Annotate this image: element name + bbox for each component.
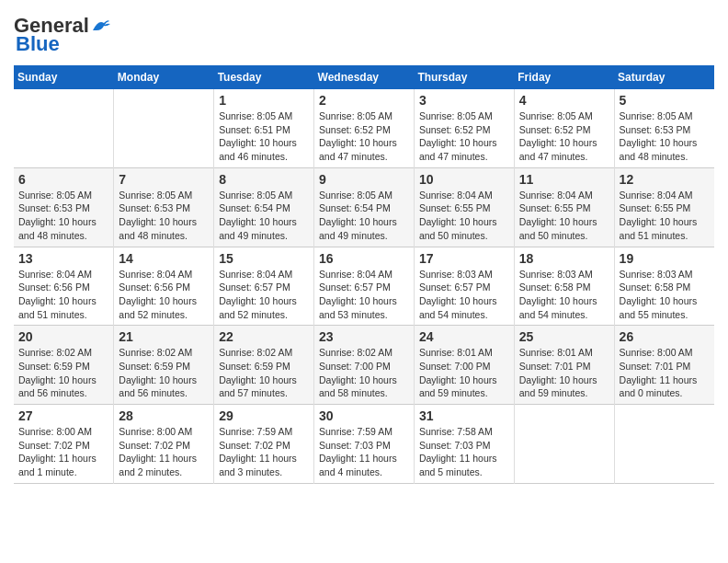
calendar-cell: 26Sunrise: 8:00 AM Sunset: 7:01 PM Dayli… [614, 326, 714, 405]
day-info: Sunrise: 8:03 AM Sunset: 6:57 PM Dayligh… [419, 268, 509, 322]
day-info: Sunrise: 8:01 AM Sunset: 7:00 PM Dayligh… [419, 346, 509, 400]
day-info: Sunrise: 8:05 AM Sunset: 6:51 PM Dayligh… [219, 109, 309, 164]
day-info: Sunrise: 7:59 AM Sunset: 7:03 PM Dayligh… [319, 425, 409, 479]
day-info: Sunrise: 8:05 AM Sunset: 6:53 PM Dayligh… [119, 189, 209, 243]
day-number: 7 [119, 172, 209, 187]
calendar-cell: 4Sunrise: 8:05 AM Sunset: 6:52 PM Daylig… [514, 89, 614, 167]
day-number: 14 [119, 251, 209, 266]
day-info: Sunrise: 8:04 AM Sunset: 6:55 PM Dayligh… [620, 189, 710, 243]
calendar-cell: 31Sunrise: 7:58 AM Sunset: 7:03 PM Dayli… [414, 405, 514, 484]
header-friday: Friday [514, 65, 614, 89]
day-number: 26 [620, 329, 710, 344]
calendar-cell [114, 89, 214, 167]
calendar-cell: 24Sunrise: 8:01 AM Sunset: 7:00 PM Dayli… [414, 326, 514, 405]
header-sunday: Sunday [14, 65, 114, 89]
day-number: 8 [219, 172, 309, 187]
day-number: 18 [519, 251, 609, 266]
calendar-cell: 21Sunrise: 8:02 AM Sunset: 6:59 PM Dayli… [114, 326, 214, 405]
calendar-header: SundayMondayTuesdayWednesdayThursdayFrid… [14, 65, 714, 89]
header-thursday: Thursday [414, 65, 514, 89]
calendar-cell [514, 405, 614, 484]
day-number: 20 [18, 329, 108, 344]
calendar-cell: 14Sunrise: 8:04 AM Sunset: 6:56 PM Dayli… [114, 247, 214, 326]
day-number: 24 [419, 329, 509, 344]
calendar-cell: 18Sunrise: 8:03 AM Sunset: 6:58 PM Dayli… [514, 247, 614, 326]
day-info: Sunrise: 8:05 AM Sunset: 6:52 PM Dayligh… [319, 109, 409, 164]
calendar-cell: 23Sunrise: 8:02 AM Sunset: 7:00 PM Dayli… [314, 326, 415, 405]
day-number: 31 [419, 408, 509, 423]
calendar-cell: 27Sunrise: 8:00 AM Sunset: 7:02 PM Dayli… [14, 405, 114, 484]
calendar-cell: 16Sunrise: 8:04 AM Sunset: 6:57 PM Dayli… [314, 247, 415, 326]
day-info: Sunrise: 8:04 AM Sunset: 6:57 PM Dayligh… [319, 268, 409, 322]
calendar-cell: 29Sunrise: 7:59 AM Sunset: 7:02 PM Dayli… [214, 405, 314, 484]
calendar-cell: 7Sunrise: 8:05 AM Sunset: 6:53 PM Daylig… [114, 167, 214, 247]
day-info: Sunrise: 7:59 AM Sunset: 7:02 PM Dayligh… [219, 425, 309, 479]
calendar-cell: 9Sunrise: 8:05 AM Sunset: 6:54 PM Daylig… [314, 167, 415, 247]
calendar-cell: 17Sunrise: 8:03 AM Sunset: 6:57 PM Dayli… [414, 247, 514, 326]
calendar-cell: 10Sunrise: 8:04 AM Sunset: 6:55 PM Dayli… [414, 167, 514, 247]
day-info: Sunrise: 8:04 AM Sunset: 6:56 PM Dayligh… [18, 268, 108, 322]
week-row-5: 27Sunrise: 8:00 AM Sunset: 7:02 PM Dayli… [14, 405, 714, 484]
page-header: General Blue [14, 14, 714, 56]
day-info: Sunrise: 8:04 AM Sunset: 6:55 PM Dayligh… [519, 189, 609, 243]
header-saturday: Saturday [614, 65, 714, 89]
logo: General Blue [14, 14, 111, 56]
day-number: 1 [219, 93, 309, 108]
calendar-cell: 1Sunrise: 8:05 AM Sunset: 6:51 PM Daylig… [214, 89, 314, 167]
day-number: 29 [219, 408, 309, 423]
day-number: 5 [620, 93, 710, 108]
day-number: 30 [319, 408, 409, 423]
day-number: 2 [319, 93, 409, 108]
calendar-cell: 6Sunrise: 8:05 AM Sunset: 6:53 PM Daylig… [14, 167, 114, 247]
day-number: 16 [319, 251, 409, 266]
day-info: Sunrise: 8:03 AM Sunset: 6:58 PM Dayligh… [620, 268, 710, 322]
header-monday: Monday [114, 65, 214, 89]
header-wednesday: Wednesday [314, 65, 415, 89]
day-info: Sunrise: 8:04 AM Sunset: 6:57 PM Dayligh… [219, 268, 309, 322]
week-row-1: 1Sunrise: 8:05 AM Sunset: 6:51 PM Daylig… [14, 89, 714, 167]
calendar-cell: 20Sunrise: 8:02 AM Sunset: 6:59 PM Dayli… [14, 326, 114, 405]
day-number: 22 [219, 329, 309, 344]
day-number: 28 [119, 408, 209, 423]
week-row-3: 13Sunrise: 8:04 AM Sunset: 6:56 PM Dayli… [14, 247, 714, 326]
calendar-cell: 28Sunrise: 8:00 AM Sunset: 7:02 PM Dayli… [114, 405, 214, 484]
day-info: Sunrise: 8:04 AM Sunset: 6:56 PM Dayligh… [119, 268, 209, 322]
calendar-cell: 5Sunrise: 8:05 AM Sunset: 6:53 PM Daylig… [614, 89, 714, 167]
day-info: Sunrise: 8:02 AM Sunset: 6:59 PM Dayligh… [219, 346, 309, 400]
day-number: 13 [18, 251, 108, 266]
day-info: Sunrise: 8:05 AM Sunset: 6:52 PM Dayligh… [419, 109, 509, 164]
calendar-cell: 19Sunrise: 8:03 AM Sunset: 6:58 PM Dayli… [614, 247, 714, 326]
calendar-cell: 2Sunrise: 8:05 AM Sunset: 6:52 PM Daylig… [314, 89, 415, 167]
day-info: Sunrise: 7:58 AM Sunset: 7:03 PM Dayligh… [419, 425, 509, 479]
calendar-cell: 25Sunrise: 8:01 AM Sunset: 7:01 PM Dayli… [514, 326, 614, 405]
day-number: 3 [419, 93, 509, 108]
day-info: Sunrise: 8:04 AM Sunset: 6:55 PM Dayligh… [419, 189, 509, 243]
calendar-cell: 30Sunrise: 7:59 AM Sunset: 7:03 PM Dayli… [314, 405, 415, 484]
day-info: Sunrise: 8:05 AM Sunset: 6:53 PM Dayligh… [18, 189, 108, 243]
day-info: Sunrise: 8:00 AM Sunset: 7:02 PM Dayligh… [18, 425, 108, 479]
day-info: Sunrise: 8:01 AM Sunset: 7:01 PM Dayligh… [519, 346, 609, 400]
day-number: 21 [119, 329, 209, 344]
day-info: Sunrise: 8:00 AM Sunset: 7:01 PM Dayligh… [620, 346, 710, 400]
day-number: 10 [419, 172, 509, 187]
day-info: Sunrise: 8:05 AM Sunset: 6:52 PM Dayligh… [519, 109, 609, 164]
day-number: 25 [519, 329, 609, 344]
calendar-cell: 12Sunrise: 8:04 AM Sunset: 6:55 PM Dayli… [614, 167, 714, 247]
day-number: 9 [319, 172, 409, 187]
calendar-cell: 3Sunrise: 8:05 AM Sunset: 6:52 PM Daylig… [414, 89, 514, 167]
day-number: 11 [519, 172, 609, 187]
calendar-table: SundayMondayTuesdayWednesdayThursdayFrid… [14, 65, 714, 484]
day-info: Sunrise: 8:02 AM Sunset: 7:00 PM Dayligh… [319, 346, 409, 400]
day-number: 19 [620, 251, 710, 266]
day-info: Sunrise: 8:02 AM Sunset: 6:59 PM Dayligh… [119, 346, 209, 400]
day-number: 17 [419, 251, 509, 266]
calendar-body: 1Sunrise: 8:05 AM Sunset: 6:51 PM Daylig… [14, 89, 714, 483]
day-number: 4 [519, 93, 609, 108]
day-info: Sunrise: 8:05 AM Sunset: 6:53 PM Dayligh… [620, 109, 710, 164]
calendar-cell: 13Sunrise: 8:04 AM Sunset: 6:56 PM Dayli… [14, 247, 114, 326]
day-number: 15 [219, 251, 309, 266]
day-number: 12 [620, 172, 710, 187]
calendar-cell [14, 89, 114, 167]
day-info: Sunrise: 8:02 AM Sunset: 6:59 PM Dayligh… [18, 346, 108, 400]
calendar-cell: 15Sunrise: 8:04 AM Sunset: 6:57 PM Dayli… [214, 247, 314, 326]
